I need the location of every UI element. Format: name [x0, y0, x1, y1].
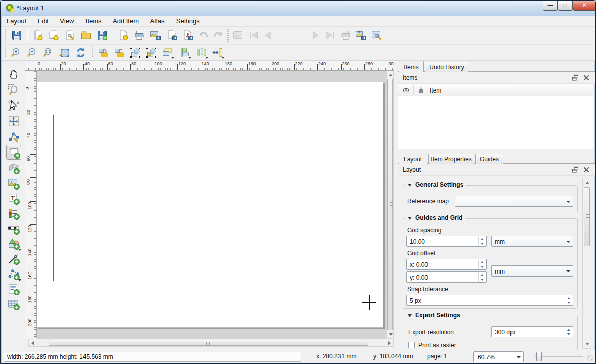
add-shape-tool[interactable]	[6, 236, 21, 251]
spin-down-icon[interactable]	[565, 332, 572, 336]
add-3d-map-tool[interactable]	[6, 161, 21, 176]
close-button[interactable]: ✕	[573, 1, 596, 11]
spin-up-icon[interactable]	[565, 327, 572, 332]
add-scalebar-tool[interactable]	[6, 221, 21, 236]
grid-offset-x-spinbox[interactable]: x: 0.00	[406, 259, 487, 270]
spin-buttons[interactable]	[478, 260, 486, 269]
redo-button[interactable]	[211, 29, 225, 43]
atlas-first-feature-button[interactable]	[247, 29, 262, 43]
save-as-template-button[interactable]	[96, 29, 110, 43]
add-node-item-tool[interactable]	[6, 266, 21, 282]
toolbar-grip[interactable]	[5, 46, 6, 58]
print-button[interactable]	[133, 29, 147, 43]
add-pages-button[interactable]	[117, 29, 131, 43]
spin-down-icon[interactable]	[479, 264, 486, 269]
select-move-item-tool[interactable]	[6, 98, 21, 113]
float-panel-icon[interactable]	[571, 74, 579, 82]
add-attribute-table-tool[interactable]	[6, 297, 21, 312]
print-as-raster-checkbox[interactable]	[408, 342, 415, 348]
menu-atlas[interactable]: Atlas	[146, 16, 169, 27]
toolbar-grip[interactable]	[92, 46, 93, 58]
undo-button[interactable]	[197, 29, 211, 43]
toolbar-grip[interactable]	[5, 29, 6, 42]
add-arrow-tool[interactable]	[6, 251, 21, 266]
menu-layout[interactable]: Layout	[2, 16, 31, 27]
maximize-button[interactable]: □	[558, 1, 573, 11]
toolbar-grip[interactable]	[227, 29, 229, 42]
scroll-up-arrow[interactable]	[389, 74, 393, 76]
export-settings-header[interactable]: Export Settings	[405, 312, 463, 319]
raise-selected-items-button[interactable]	[161, 46, 174, 59]
atlas-next-feature-button[interactable]	[310, 29, 324, 43]
pan-layout-tool[interactable]	[6, 67, 21, 82]
print-atlas-button[interactable]	[339, 29, 353, 43]
vertical-ruler[interactable]: 020406080100120140160180200220	[25, 71, 37, 338]
edit-nodes-item-tool[interactable]	[6, 129, 21, 144]
canvas-vertical-scrollbar[interactable]	[386, 71, 394, 339]
close-panel-icon[interactable]	[582, 166, 590, 174]
scrollbar-thumb[interactable]	[49, 340, 368, 346]
title-bar[interactable]: *Layout 1 — □ ✕	[1, 1, 596, 16]
export-as-image-button[interactable]	[149, 29, 163, 43]
spin-buttons[interactable]	[565, 296, 572, 305]
zoom-slider-track[interactable]	[535, 356, 583, 357]
horizontal-ruler[interactable]: 0204060801001201401601802002202402602803…	[25, 61, 394, 71]
menu-items[interactable]: Items	[81, 16, 106, 27]
add-picture-tool[interactable]	[6, 176, 21, 191]
export-as-pdf-button[interactable]	[181, 29, 195, 43]
window-resize-grip[interactable]	[587, 355, 593, 361]
scrollbar-thumb[interactable]	[584, 187, 590, 246]
ungroup-items-button[interactable]	[145, 46, 158, 59]
reference-map-combo[interactable]	[455, 196, 573, 207]
snap-tolerance-spinbox[interactable]: 5 px	[406, 295, 573, 306]
menu-settings[interactable]: Settings	[172, 16, 204, 27]
export-resolution-spinbox[interactable]: 300 dpi	[491, 326, 573, 337]
tab-undo-history[interactable]: Undo History	[425, 62, 468, 72]
grid-offset-y-spinbox[interactable]: y: 0.00	[406, 271, 487, 283]
add-items-from-template-button[interactable]	[79, 29, 94, 43]
zoom-level-combo[interactable]: 60.7%	[473, 351, 524, 362]
spin-buttons[interactable]	[565, 327, 572, 336]
save-project-button[interactable]	[10, 29, 24, 43]
minimize-button[interactable]: —	[543, 1, 558, 11]
grid-spacing-unit-combo[interactable]: mm	[491, 236, 573, 247]
guides-and-grid-header[interactable]: Guides and Grid	[405, 214, 465, 221]
add-map-tool[interactable]	[6, 145, 21, 160]
distribute-items-button[interactable]	[195, 46, 208, 59]
spin-up-icon[interactable]	[479, 272, 486, 277]
scroll-down-arrow[interactable]	[389, 333, 393, 336]
lock-selected-items-button[interactable]	[97, 46, 110, 59]
layout-manager-button[interactable]	[63, 29, 77, 43]
general-settings-header[interactable]: General Settings	[405, 181, 466, 188]
spin-down-icon[interactable]	[479, 277, 486, 282]
new-layout-button[interactable]	[31, 29, 45, 43]
spin-buttons[interactable]	[478, 272, 486, 282]
scroll-left-arrow[interactable]	[31, 341, 34, 345]
scroll-up-arrow[interactable]	[585, 181, 589, 184]
add-legend-tool[interactable]	[6, 206, 21, 221]
tab-layout[interactable]: Layout	[399, 153, 427, 164]
scrollbar-thumb[interactable]	[387, 79, 393, 330]
unlock-all-items-button[interactable]	[113, 46, 126, 59]
float-panel-icon[interactable]	[571, 166, 579, 174]
menu-view[interactable]: View	[55, 16, 78, 27]
atlas-previous-feature-button[interactable]	[261, 29, 275, 43]
canvas-horizontal-scrollbar[interactable]	[28, 339, 394, 347]
zoom-in-button[interactable]	[10, 46, 23, 59]
add-html-frame-tool[interactable]	[6, 282, 21, 297]
grid-spacing-spinbox[interactable]: 10.00	[406, 236, 487, 247]
atlas-last-feature-button[interactable]	[324, 29, 338, 43]
zoom-tool[interactable]	[6, 82, 21, 98]
align-items-button[interactable]	[178, 46, 191, 59]
resize-items-button[interactable]	[211, 46, 224, 59]
add-label-tool[interactable]: T	[6, 191, 21, 206]
spin-up-icon[interactable]	[479, 237, 486, 241]
tab-item-properties[interactable]: Item Properties	[428, 154, 474, 164]
spin-down-icon[interactable]	[565, 300, 572, 305]
menu-edit[interactable]: Edit	[33, 16, 53, 27]
tab-guides[interactable]: Guides	[475, 154, 503, 164]
export-atlas-button[interactable]	[354, 29, 368, 43]
scroll-right-arrow[interactable]	[388, 341, 391, 345]
zoom-full-extent-button[interactable]	[58, 46, 71, 59]
spin-buttons[interactable]	[478, 237, 486, 246]
